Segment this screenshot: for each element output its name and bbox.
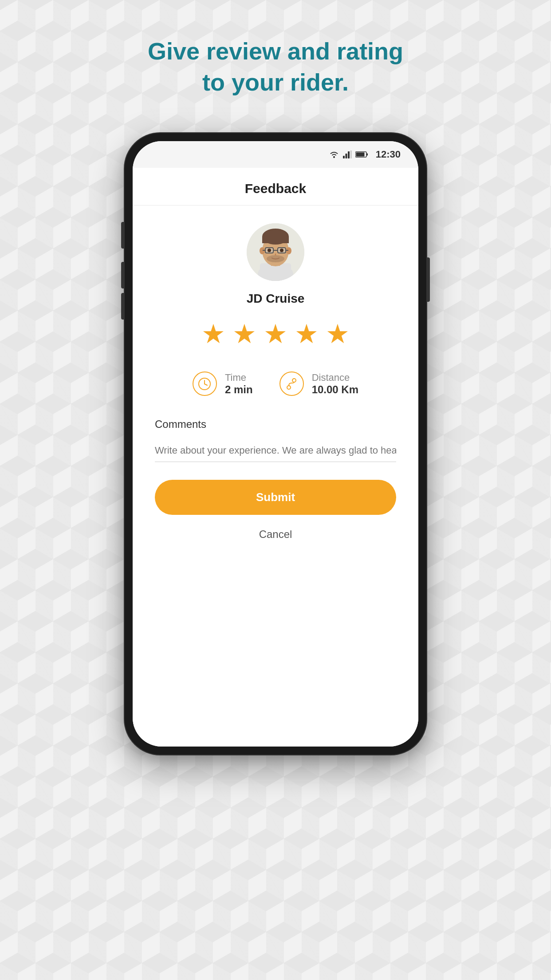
- distance-value: 10.00 Km: [312, 383, 358, 396]
- page-title: Give review and rating to your rider.: [148, 36, 403, 98]
- app-header: Feedback: [133, 168, 418, 205]
- distance-info: Distance 10.00 Km: [312, 372, 358, 396]
- avatar-image: [247, 223, 304, 281]
- svg-point-23: [280, 249, 283, 252]
- time-value: 2 min: [225, 383, 253, 396]
- svg-rect-14: [262, 237, 289, 243]
- rider-name: JD Cruise: [247, 292, 305, 306]
- time-label: Time: [225, 372, 253, 383]
- distance-label: Distance: [312, 372, 358, 383]
- svg-rect-4: [350, 150, 352, 158]
- time-icon-container: [193, 371, 217, 396]
- svg-rect-2: [345, 154, 347, 158]
- screen-content: JD Cruise ★ ★ ★ ★ ★: [133, 205, 418, 747]
- star-5[interactable]: ★: [326, 318, 350, 349]
- comments-label: Comments: [155, 418, 396, 431]
- svg-rect-1: [343, 156, 345, 158]
- phone-frame: 12:30 Feedback: [125, 133, 426, 755]
- time-stat: Time 2 min: [193, 371, 253, 396]
- submit-button[interactable]: Submit: [155, 480, 396, 515]
- svg-line-27: [205, 384, 207, 385]
- svg-point-0: [333, 156, 335, 158]
- svg-rect-6: [366, 154, 368, 156]
- app-header-title: Feedback: [150, 181, 401, 196]
- trip-stats: Time 2 min Dista: [155, 371, 396, 396]
- cancel-button[interactable]: Cancel: [259, 528, 292, 541]
- battery-icon: [355, 151, 369, 158]
- stars-container[interactable]: ★ ★ ★ ★ ★: [201, 318, 350, 349]
- status-icons: 12:30: [329, 149, 401, 160]
- distance-icon-container: [279, 371, 304, 396]
- star-1[interactable]: ★: [201, 318, 225, 349]
- star-4[interactable]: ★: [295, 318, 319, 349]
- clock-icon: [197, 377, 212, 391]
- time-info: Time 2 min: [225, 372, 253, 396]
- svg-rect-7: [356, 153, 364, 157]
- signal-icon: [343, 150, 352, 158]
- svg-rect-3: [348, 151, 350, 158]
- status-bar: 12:30: [133, 141, 418, 168]
- comments-input[interactable]: [155, 439, 396, 462]
- status-time: 12:30: [376, 149, 401, 160]
- rider-avatar: [247, 223, 304, 281]
- svg-point-22: [268, 249, 271, 252]
- star-3[interactable]: ★: [264, 318, 287, 349]
- svg-point-28: [287, 386, 291, 389]
- distance-icon: [284, 377, 299, 391]
- phone-screen: 12:30 Feedback: [133, 141, 418, 747]
- distance-stat: Distance 10.00 Km: [279, 371, 358, 396]
- comments-section: Comments: [155, 418, 396, 462]
- wifi-icon: [329, 150, 339, 158]
- star-2[interactable]: ★: [232, 318, 256, 349]
- svg-point-29: [292, 379, 296, 382]
- page-content: Give review and rating to your rider.: [0, 0, 551, 755]
